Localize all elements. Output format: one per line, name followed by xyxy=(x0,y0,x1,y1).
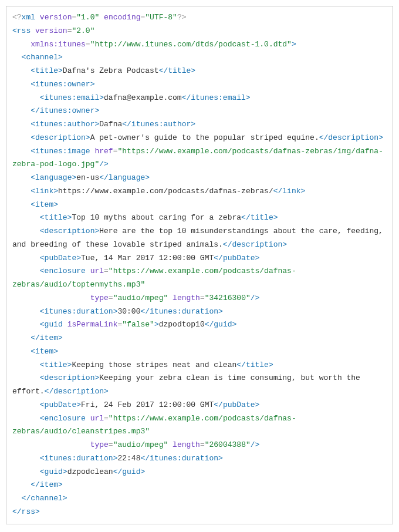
token-tx xyxy=(63,320,67,329)
token-t: </rss> xyxy=(12,507,40,516)
code-line: </itunes:owner> xyxy=(12,106,99,115)
token-v: "UTF-8" xyxy=(145,13,177,22)
token-tx: 30:00 xyxy=(117,307,140,316)
token-tx xyxy=(12,480,31,489)
token-t: xml xyxy=(22,13,35,22)
token-t: </channel> xyxy=(22,494,67,503)
token-t: <guid xyxy=(40,320,63,329)
token-tx xyxy=(12,53,22,62)
token-p: = xyxy=(200,294,205,302)
token-t: <pubDate> xyxy=(40,254,81,262)
token-tx xyxy=(31,26,35,35)
code-line: <itunes:owner> xyxy=(12,80,94,89)
token-p: = xyxy=(104,267,109,275)
code-line: <description>A pet-owner's guide to the … xyxy=(12,133,383,142)
token-tx xyxy=(12,106,31,115)
token-a: version xyxy=(35,26,67,35)
token-t: <itunes:author> xyxy=(31,120,99,129)
token-tx: Top 10 myths about caring for a zebra xyxy=(72,213,241,222)
code-line: type="audio/mpeg" length="26004388"/> xyxy=(12,440,259,449)
token-t: </link> xyxy=(273,187,306,196)
token-tx xyxy=(86,267,90,275)
token-t: > xyxy=(154,320,159,329)
token-p: = xyxy=(109,440,113,449)
token-tx xyxy=(12,66,31,75)
token-p: = xyxy=(200,440,205,449)
token-p: = xyxy=(109,294,113,302)
token-t: <title> xyxy=(40,361,72,369)
token-t: </language> xyxy=(99,173,150,182)
token-tx xyxy=(12,494,22,503)
token-tx xyxy=(12,187,31,196)
token-tx: dzpodtop10 xyxy=(159,320,205,329)
code-line: </item> xyxy=(12,334,63,342)
token-t: /> xyxy=(99,160,109,169)
token-tx xyxy=(12,414,40,423)
code-line: <enclosure url="https://www.example.com/… xyxy=(12,267,296,289)
code-line: <guid>dzpodclean</guid> xyxy=(12,467,145,476)
token-t: </pubDate> xyxy=(214,400,259,409)
token-t: </itunes:owner> xyxy=(31,106,99,115)
code-line: <channel> xyxy=(12,53,63,62)
code-line: type="audio/mpeg" length="34216300"/> xyxy=(12,294,259,302)
token-tx xyxy=(12,347,31,356)
token-a: xmlns:itunes xyxy=(31,40,86,49)
token-p: ?> xyxy=(177,13,187,22)
token-tx xyxy=(35,13,40,22)
code-line: <title>Dafna's Zebra Podcast</title> xyxy=(12,66,195,75)
token-tx: en-us xyxy=(76,173,99,182)
code-line: </channel> xyxy=(12,494,67,503)
token-t: <language> xyxy=(31,173,76,182)
token-t: </title> xyxy=(236,361,273,369)
code-line: <itunes:author>Dafna</itunes:author> xyxy=(12,120,195,129)
token-tx: 22:48 xyxy=(117,454,140,463)
token-t: <pubDate> xyxy=(40,400,81,409)
token-tx xyxy=(12,200,31,209)
code-line: <item> xyxy=(12,200,58,209)
token-a: version xyxy=(40,13,72,22)
token-a: type xyxy=(90,440,109,449)
token-tx: https://www.example.com/podcasts/dafnas-… xyxy=(58,187,273,196)
token-t: <description> xyxy=(40,373,99,382)
token-a: href xyxy=(94,147,113,156)
token-tx xyxy=(12,294,90,302)
code-line: <description>Here are the top 10 misunde… xyxy=(12,227,388,249)
token-tx xyxy=(12,400,40,409)
token-t: </itunes:duration> xyxy=(140,454,222,463)
xml-code-block: <?xml version="1.0" encoding="UTF-8"?> <… xyxy=(6,6,393,524)
token-tx: Fri, 24 Feb 2017 12:00:00 GMT xyxy=(81,400,214,409)
token-t: </guid> xyxy=(205,320,237,329)
code-line: <enclosure url="https://www.example.com/… xyxy=(12,414,296,436)
token-t: <itunes:duration> xyxy=(40,307,118,316)
token-tx: A pet-owner's guide to the popular strip… xyxy=(90,133,319,142)
token-t: /> xyxy=(251,440,260,449)
token-t: <rss xyxy=(12,26,31,35)
code-line: <pubDate>Fri, 24 Feb 2017 12:00:00 GMT</… xyxy=(12,400,259,409)
token-p: <? xyxy=(12,13,22,22)
token-tx: Dafna's Zebra Podcast xyxy=(63,66,159,75)
token-t: </item> xyxy=(31,480,63,489)
token-tx xyxy=(12,120,31,129)
code-line: <description>Keeping your zebra clean is… xyxy=(12,373,365,396)
token-tx xyxy=(12,440,90,449)
token-v: "audio/mpeg" xyxy=(113,294,168,302)
token-t: <item> xyxy=(31,347,58,356)
token-tx: Keeping those stripes neat and clean xyxy=(72,361,236,369)
code-line: <title>Keeping those stripes neat and cl… xyxy=(12,361,273,369)
token-t: <title> xyxy=(40,213,72,222)
token-v: "http://www.itunes.com/dtds/podcast-1.0.… xyxy=(90,40,292,49)
token-t: </pubDate> xyxy=(214,254,259,262)
token-tx xyxy=(99,13,104,22)
token-tx xyxy=(12,267,40,275)
token-tx: Dafna xyxy=(99,120,122,129)
token-t: </title> xyxy=(159,66,195,75)
token-t: <title> xyxy=(31,66,63,75)
token-tx xyxy=(12,93,40,102)
token-t: </itunes:email> xyxy=(182,93,251,102)
token-t: <link> xyxy=(31,187,58,196)
token-tx xyxy=(12,254,40,262)
token-t: </description> xyxy=(223,240,287,249)
code-line: <pubDate>Tue, 14 Mar 2017 12:00:00 GMT</… xyxy=(12,254,259,262)
token-t: <enclosure xyxy=(40,267,86,275)
token-t: <item> xyxy=(31,200,58,209)
